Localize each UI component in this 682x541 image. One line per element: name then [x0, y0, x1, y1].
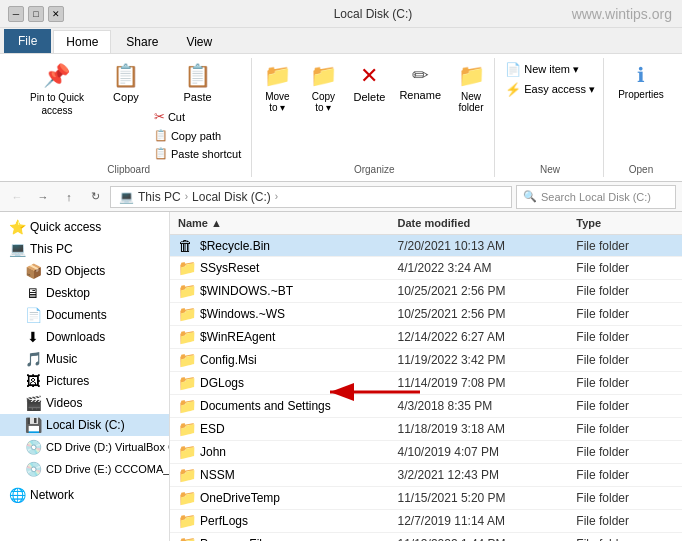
paste-shortcut-icon: 📋 — [154, 147, 168, 160]
col-type[interactable]: Type — [568, 214, 682, 232]
tab-view[interactable]: View — [173, 30, 225, 53]
sidebar-item-quick-access[interactable]: ⭐ Quick access — [0, 216, 169, 238]
table-row[interactable]: 📁 $WinREAgent 12/14/2022 6:27 AM File fo… — [170, 326, 682, 349]
table-row[interactable]: 📁 $Windows.~WS 10/25/2021 2:56 PM File f… — [170, 303, 682, 326]
new-item-button[interactable]: 📄 New item ▾ — [501, 60, 599, 79]
this-pc-icon: 💻 — [8, 241, 26, 257]
delete-button[interactable]: ✕ Delete — [347, 60, 391, 106]
easy-access-icon: ⚡ — [505, 82, 521, 97]
sidebar-item-videos[interactable]: 🎬 Videos — [0, 392, 169, 414]
sidebar-label-desktop: Desktop — [46, 286, 90, 300]
up-button[interactable]: ↑ — [58, 186, 80, 208]
sidebar-label-videos: Videos — [46, 396, 82, 410]
ribbon: 📌 Pin to Quick access 📋 Copy 📋 Paste ✂ C… — [0, 54, 682, 182]
file-cell-type: File folder — [568, 512, 682, 530]
watermark: www.wintips.org — [572, 6, 672, 22]
file-name: DGLogs — [200, 376, 244, 390]
back-button[interactable]: ← — [6, 186, 28, 208]
sidebar-item-documents[interactable]: 📄 Documents — [0, 304, 169, 326]
tab-share[interactable]: Share — [113, 30, 171, 53]
desktop-icon: 🖥 — [24, 285, 42, 301]
file-name: PerfLogs — [200, 514, 248, 528]
file-cell-date: 11/18/2019 3:18 AM — [390, 420, 569, 438]
table-row[interactable]: 📁 Config.Msi 11/19/2022 3:42 PM File fol… — [170, 349, 682, 372]
file-name: John — [200, 445, 226, 459]
table-row[interactable]: 📁 SSysReset 4/1/2022 3:24 AM File folder — [170, 257, 682, 280]
file-cell-type: File folder — [568, 489, 682, 507]
table-row[interactable]: 📁 PerfLogs 12/7/2019 11:14 AM File folde… — [170, 510, 682, 533]
paste-button[interactable]: 📋 Paste — [150, 60, 245, 106]
file-cell-name: 🗑 $Recycle.Bin — [170, 235, 390, 256]
sidebar-label-cd-drive-d: CD Drive (D:) VirtualBox Guest A — [46, 441, 170, 453]
ribbon-group-new: 📄 New item ▾ ⚡ Easy access ▾ New — [497, 58, 604, 177]
file-cell-date: 11/15/2021 5:20 PM — [390, 489, 569, 507]
table-row[interactable]: 📁 Program Files 11/13/2022 1:44 PM File … — [170, 533, 682, 541]
sidebar-item-3d-objects[interactable]: 📦 3D Objects — [0, 260, 169, 282]
file-cell-name: 📁 SSysReset — [170, 257, 390, 279]
table-row[interactable]: 📁 John 4/10/2019 4:07 PM File folder — [170, 441, 682, 464]
videos-icon: 🎬 — [24, 395, 42, 411]
forward-button[interactable]: → — [32, 186, 54, 208]
path-this-pc[interactable]: This PC — [138, 190, 181, 204]
paste-shortcut-button[interactable]: 📋 Paste shortcut — [150, 145, 245, 162]
table-row[interactable]: 📁 ESD 11/18/2019 3:18 AM File folder — [170, 418, 682, 441]
col-name[interactable]: Name ▲ — [170, 214, 390, 232]
table-row[interactable]: 📁 Documents and Settings 4/3/2018 8:35 P… — [170, 395, 682, 418]
copy-to-icon: 📁 — [310, 63, 337, 89]
copy-path-button[interactable]: 📋 Copy path — [150, 127, 245, 144]
sidebar-item-desktop[interactable]: 🖥 Desktop — [0, 282, 169, 304]
sidebar-item-downloads[interactable]: ⬇ Downloads — [0, 326, 169, 348]
file-cell-date: 11/19/2022 3:42 PM — [390, 351, 569, 369]
file-icon: 📁 — [178, 489, 196, 507]
delete-label: Delete — [354, 91, 386, 103]
sidebar-item-network[interactable]: 🌐 Network — [0, 484, 169, 506]
sidebar-label-downloads: Downloads — [46, 330, 105, 344]
sidebar-item-music[interactable]: 🎵 Music — [0, 348, 169, 370]
sidebar-item-cd-drive-e[interactable]: 💿 CD Drive (E:) CCCOMA_X64FRE_ — [0, 458, 169, 480]
ribbon-group-open: ℹ Properties Open — [606, 58, 676, 177]
table-row[interactable]: 📁 DGLogs 11/14/2019 7:08 PM File folder — [170, 372, 682, 395]
tab-file[interactable]: File — [4, 29, 51, 53]
file-icon: 📁 — [178, 397, 196, 415]
pin-quick-access-button[interactable]: 📌 Pin to Quick access — [12, 60, 102, 120]
paste-icon: 📋 — [184, 63, 211, 89]
tab-home[interactable]: Home — [53, 30, 111, 53]
move-to-button[interactable]: 📁 Moveto ▾ — [255, 60, 299, 116]
organize-group-label: Organize — [354, 162, 395, 175]
easy-access-button[interactable]: ⚡ Easy access ▾ — [501, 80, 599, 99]
move-to-label: Moveto ▾ — [265, 91, 289, 113]
sidebar-item-this-pc[interactable]: 💻 This PC — [0, 238, 169, 260]
easy-access-label: Easy access ▾ — [524, 83, 595, 96]
col-date[interactable]: Date modified — [390, 214, 569, 232]
copy-path-icon: 📋 — [154, 129, 168, 142]
search-input[interactable]: 🔍 Search Local Disk (C:) — [516, 185, 676, 209]
close-icon[interactable]: ✕ — [48, 6, 64, 22]
table-row[interactable]: 📁 $WINDOWS.~BT 10/25/2021 2:56 PM File f… — [170, 280, 682, 303]
table-row[interactable]: 📁 NSSM 3/2/2021 12:43 PM File folder — [170, 464, 682, 487]
address-bar: ← → ↑ ↻ 💻 This PC › Local Disk (C:) › 🔍 … — [0, 182, 682, 212]
file-cell-name: 📁 John — [170, 441, 390, 463]
file-cell-date: 12/7/2019 11:14 AM — [390, 512, 569, 530]
table-row[interactable]: 📁 OneDriveTemp 11/15/2021 5:20 PM File f… — [170, 487, 682, 510]
properties-button[interactable]: ℹ Properties — [612, 60, 670, 103]
sidebar-item-pictures[interactable]: 🖼 Pictures — [0, 370, 169, 392]
new-folder-button[interactable]: 📁 Newfolder — [449, 60, 493, 116]
file-rows-container: 🗑 $Recycle.Bin 7/20/2021 10:13 AM File f… — [170, 235, 682, 541]
file-cell-date: 10/25/2021 2:56 PM — [390, 305, 569, 323]
cut-button[interactable]: ✂ Cut — [150, 107, 245, 126]
rename-icon: ✏ — [412, 63, 429, 87]
table-row[interactable]: 🗑 $Recycle.Bin 7/20/2021 10:13 AM File f… — [170, 235, 682, 257]
open-buttons: ℹ Properties — [612, 60, 670, 162]
path-local-disk[interactable]: Local Disk (C:) — [192, 190, 271, 204]
address-path[interactable]: 💻 This PC › Local Disk (C:) › — [110, 186, 512, 208]
maximize-icon[interactable]: □ — [28, 6, 44, 22]
sidebar-item-cd-drive-d[interactable]: 💿 CD Drive (D:) VirtualBox Guest A — [0, 436, 169, 458]
minimize-icon[interactable]: ─ — [8, 6, 24, 22]
copy-button[interactable]: 📋 Copy — [104, 60, 148, 106]
new-item-icon: 📄 — [505, 62, 521, 77]
copy-to-button[interactable]: 📁 Copyto ▾ — [301, 60, 345, 116]
sidebar-item-local-disk-c[interactable]: 💾 Local Disk (C:) — [0, 414, 169, 436]
refresh-button[interactable]: ↻ — [84, 186, 106, 208]
rename-button[interactable]: ✏ Rename — [393, 60, 447, 104]
sidebar-label-music: Music — [46, 352, 77, 366]
